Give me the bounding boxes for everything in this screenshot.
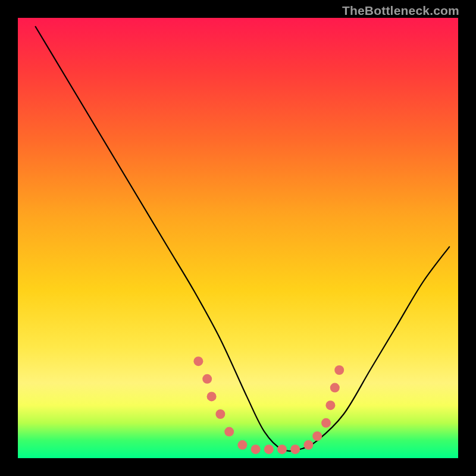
marker-dot <box>237 440 247 450</box>
marker-dot <box>207 392 217 401</box>
plot-area <box>18 18 458 458</box>
marker-dot <box>321 418 331 428</box>
marker-dot <box>251 444 261 454</box>
marker-dot <box>202 374 212 384</box>
marker-dot <box>312 431 322 441</box>
marker-dot <box>334 365 344 375</box>
marker-group <box>193 356 344 454</box>
marker-dot <box>290 444 300 454</box>
chart-frame: TheBottleneck.com <box>0 0 476 476</box>
marker-dot <box>303 440 313 450</box>
watermark-text: TheBottleneck.com <box>342 4 459 18</box>
marker-dot <box>215 409 225 419</box>
curve-svg <box>18 18 458 458</box>
marker-dot <box>325 400 335 410</box>
marker-dot <box>264 444 274 454</box>
marker-dot <box>224 427 234 437</box>
marker-dot <box>277 444 287 454</box>
bottleneck-curve <box>36 27 450 451</box>
marker-dot <box>193 356 203 366</box>
marker-dot <box>330 383 340 393</box>
